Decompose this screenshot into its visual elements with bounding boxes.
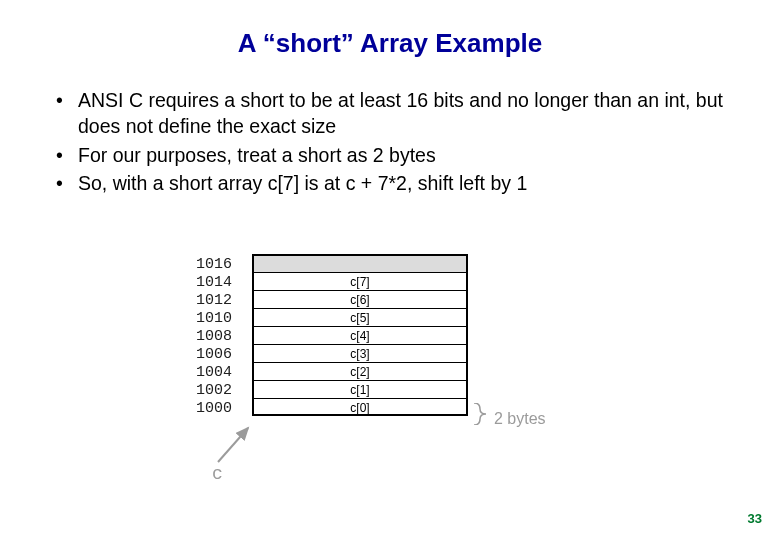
svg-line-0 (218, 428, 248, 462)
slide-title: A “short” Array Example (0, 28, 780, 59)
memory-cell: c[6] (252, 290, 468, 308)
bullet-item: For our purposes, treat a short as 2 byt… (54, 142, 726, 168)
memory-diagram: 1016 1014 1012 1010 1008 1006 1004 1002 … (196, 254, 616, 474)
arrow-icon (210, 424, 252, 466)
memory-cell: c[4] (252, 326, 468, 344)
address-label: 1008 (196, 329, 240, 344)
memory-cell: c[2] (252, 362, 468, 380)
memory-cell: c[3] (252, 344, 468, 362)
memory-cell: c[1] (252, 380, 468, 398)
page-number: 33 (748, 511, 762, 526)
byte-size-label: 2 bytes (494, 410, 546, 428)
address-label: 1004 (196, 365, 240, 380)
memory-cell (252, 254, 468, 272)
address-label: 1000 (196, 401, 240, 416)
memory-cell: c[7] (252, 272, 468, 290)
address-label: 1014 (196, 275, 240, 290)
memory-cell: c[5] (252, 308, 468, 326)
array-base-label: c (212, 464, 223, 484)
bullet-list: ANSI C requires a short to be at least 1… (54, 87, 726, 196)
bullet-item: ANSI C requires a short to be at least 1… (54, 87, 726, 140)
address-label: 1012 (196, 293, 240, 308)
bullet-item: So, with a short array c[7] is at c + 7*… (54, 170, 726, 196)
brace-icon (472, 403, 488, 425)
memory-cell: c[0] (252, 398, 468, 416)
address-label: 1010 (196, 311, 240, 326)
address-label: 1006 (196, 347, 240, 362)
address-label: 1016 (196, 257, 240, 272)
address-label: 1002 (196, 383, 240, 398)
